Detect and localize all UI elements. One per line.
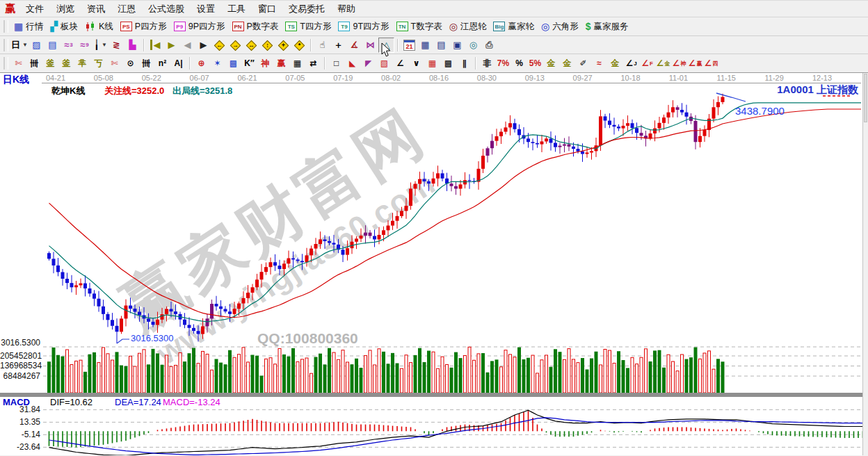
grid-lines-2[interactable]: 卌 bbox=[138, 56, 154, 71]
chart-area[interactable]: 赢家财富网 www.yingjia360.com QQ:100800360 日K… bbox=[0, 73, 868, 455]
boxed-star-tool[interactable]: ▩ bbox=[225, 56, 241, 71]
wave-3[interactable]: ≈3 bbox=[61, 38, 77, 53]
angle-ying-tool[interactable]: ∠赢 bbox=[687, 56, 703, 71]
gann-shape-tool[interactable]: ⋈ bbox=[362, 38, 378, 53]
pencil-tool[interactable]: ✐ bbox=[575, 56, 591, 71]
gold-line-tool-2[interactable]: 金 bbox=[607, 56, 623, 71]
fan-box-tool[interactable]: ◤ bbox=[360, 56, 376, 71]
period-day-dropdown[interactable]: 日▼ bbox=[10, 38, 29, 53]
menu-item-1[interactable]: 文件 bbox=[19, 1, 50, 17]
diamond-hmove[interactable]: ↔ bbox=[243, 38, 259, 53]
menu-item-10[interactable]: 帮助 bbox=[331, 1, 362, 17]
number-grid-tool[interactable]: ▦ bbox=[289, 56, 305, 71]
gold-tool-a[interactable]: 釜 bbox=[42, 56, 58, 71]
seven-pct-tool[interactable]: 7% bbox=[495, 56, 511, 71]
gann-grid-tool-2[interactable]: ▩ bbox=[440, 56, 456, 71]
menu-item-3[interactable]: 资讯 bbox=[81, 1, 111, 17]
toolbar-winner-wheel[interactable]: Big赢家轮 bbox=[490, 19, 538, 34]
toolbar-hexagon[interactable]: ◎六角形 bbox=[538, 19, 582, 34]
wave-9[interactable]: ≈9 bbox=[77, 38, 93, 53]
nav-last[interactable]: ▶ bbox=[163, 38, 179, 53]
diamond-expand[interactable]: + bbox=[275, 38, 291, 53]
angle-tool[interactable]: ∡ bbox=[346, 38, 362, 53]
angle-j-tool[interactable]: ∠J bbox=[623, 56, 639, 71]
star-tool[interactable]: ✶ bbox=[209, 56, 225, 71]
nav-next[interactable]: ▶ bbox=[195, 38, 211, 53]
diamond-vmove[interactable]: ↕ bbox=[259, 38, 275, 53]
angle-si-tool[interactable]: ∠四 bbox=[703, 56, 719, 71]
memo-tool[interactable]: ▤ bbox=[433, 38, 449, 53]
nav-first[interactable]: ◀ bbox=[147, 38, 163, 53]
colored-volume[interactable]: ▙ bbox=[124, 38, 140, 53]
nav-prev[interactable]: ◀ bbox=[179, 38, 195, 53]
parallel-lines-tool[interactable]: ∥ bbox=[456, 56, 472, 71]
toolbar-tools-grip[interactable] bbox=[3, 39, 8, 51]
candle-style-dropdown[interactable]: ╽▼ bbox=[93, 38, 108, 53]
diamond-right[interactable]: → bbox=[227, 38, 243, 53]
pattern-window[interactable]: ▨ bbox=[29, 38, 45, 53]
n-square-tool[interactable]: n² bbox=[154, 56, 170, 71]
toolbar-9t-square[interactable]: T99T四方形 bbox=[335, 19, 392, 34]
toolbar-t-square[interactable]: TST四方形 bbox=[282, 19, 335, 34]
diamond-left[interactable]: ← bbox=[211, 38, 227, 53]
save-tool[interactable]: ▣ bbox=[449, 38, 465, 53]
toolbar-winner-service[interactable]: $赢家服务 bbox=[582, 19, 632, 34]
print-tool[interactable]: ⎙ bbox=[481, 38, 497, 53]
gold-line-tool[interactable]: 金 bbox=[559, 56, 575, 71]
gold-circle-tool[interactable]: 金 bbox=[543, 56, 559, 71]
box-arrow-tool[interactable]: ▧ bbox=[376, 56, 392, 71]
menu-item-7[interactable]: 工具 bbox=[221, 1, 252, 17]
toolbar-main-grip[interactable] bbox=[3, 20, 8, 33]
wave-v-tool[interactable]: ∨ bbox=[408, 56, 424, 71]
toolbar-t-number-table[interactable]: TNT数字表 bbox=[393, 19, 446, 34]
ying-tool[interactable]: 赢 bbox=[273, 56, 289, 71]
menu-item-2[interactable]: 浏览 bbox=[50, 1, 81, 17]
menu-item-6[interactable]: 设置 bbox=[191, 1, 221, 17]
world-tool[interactable]: ◎ bbox=[465, 38, 481, 53]
pai-tool[interactable]: 非 bbox=[479, 56, 495, 71]
percent-tool[interactable]: % bbox=[511, 56, 527, 71]
time-cycle-tool[interactable]: ⊙ bbox=[122, 56, 138, 71]
knife-tool-2[interactable]: ✄ bbox=[106, 56, 122, 71]
menu-item-8[interactable]: 窗口 bbox=[252, 1, 282, 17]
span-arrows-tool[interactable]: ⇄ bbox=[305, 56, 321, 71]
hand-tool[interactable]: ☝ bbox=[314, 38, 330, 53]
gold-f-tool[interactable]: 芈 bbox=[74, 56, 90, 71]
menu-item-9[interactable]: 交易委托 bbox=[282, 1, 331, 17]
toolbar-p-square[interactable]: PSP四方形 bbox=[117, 19, 170, 34]
toolbar-gann-wheel[interactable]: ◎江恩轮 bbox=[446, 19, 490, 34]
gann-grid-tool[interactable]: ▦ bbox=[424, 56, 440, 71]
five-pct-tool[interactable]: 5% bbox=[527, 56, 543, 71]
menu-item-4[interactable]: 江恩 bbox=[111, 1, 142, 17]
circle-cross-tool[interactable]: ⊕ bbox=[193, 56, 209, 71]
qiankun-kline[interactable]: ≷ bbox=[108, 38, 124, 53]
toolbar-draw-grip[interactable] bbox=[3, 57, 8, 70]
gold-5-tool[interactable]: 丂 bbox=[90, 56, 106, 71]
knife-tool[interactable]: ✄ bbox=[10, 56, 26, 71]
shen-tool[interactable]: 神 bbox=[257, 56, 273, 71]
calculator-tool[interactable]: ▦ bbox=[417, 38, 433, 53]
box-tool[interactable]: □ bbox=[328, 56, 344, 71]
diamond-all[interactable]: * bbox=[291, 38, 307, 53]
fan-tool[interactable]: ◣ bbox=[344, 56, 360, 71]
toolbar-sectors[interactable]: ▞板块 bbox=[47, 19, 81, 34]
a-line-tool[interactable]: A| bbox=[170, 56, 186, 71]
vertical-scrollbar[interactable] bbox=[862, 73, 868, 455]
k-quote-tool[interactable]: K″ bbox=[241, 56, 257, 71]
angle-lines-tool[interactable]: ∠ bbox=[392, 56, 408, 71]
scrollbar-thumb[interactable] bbox=[864, 74, 867, 122]
angle-f-tool[interactable]: ∠F bbox=[639, 56, 655, 71]
info-panel[interactable]: ▤ bbox=[45, 38, 61, 53]
toolbar-kline[interactable]: K线 bbox=[81, 19, 117, 34]
angle-gold-tool[interactable]: ∠金 bbox=[655, 56, 671, 71]
calendar-tool[interactable]: 21 bbox=[401, 38, 417, 53]
grid-lines[interactable]: 卌 bbox=[26, 56, 42, 71]
gold-tool-b[interactable]: 釜 bbox=[58, 56, 74, 71]
menu-item-5[interactable]: 公式选股 bbox=[142, 1, 191, 17]
crosshair-tool[interactable]: ＋ bbox=[330, 38, 346, 53]
angle-shen-tool[interactable]: ∠神 bbox=[671, 56, 687, 71]
toolbar-p-number-table[interactable]: PNP数字表 bbox=[229, 19, 282, 34]
wave-red-tool[interactable]: ≈ bbox=[591, 56, 607, 71]
toolbar-9p-square[interactable]: P99P四方形 bbox=[170, 19, 229, 34]
toolbar-market-quotes[interactable]: ▦行情 bbox=[10, 19, 47, 34]
